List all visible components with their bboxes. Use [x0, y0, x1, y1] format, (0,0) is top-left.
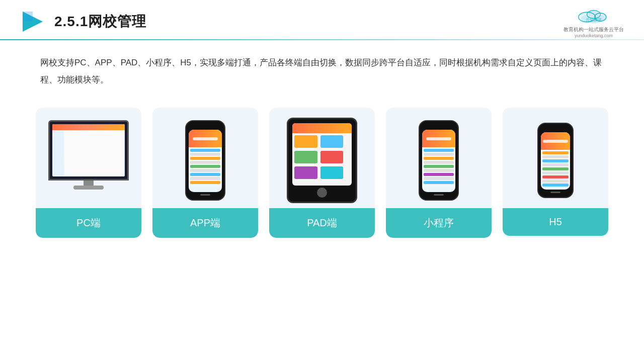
svg-marker-1 — [23, 12, 33, 22]
app-phone-mockup — [185, 120, 225, 201]
cards-container: PC端 — [0, 88, 644, 238]
brand-icon: 云朵课堂 — [571, 5, 616, 25]
card-pc-label: PC端 — [36, 208, 141, 238]
card-pad-image — [269, 108, 375, 208]
card-app: APP端 — [152, 108, 258, 238]
brand-domain: yunduoketang.com — [575, 33, 613, 38]
card-app-image — [152, 108, 258, 208]
brand-logo: 云朵课堂 教育机构一站式服务云平台 yunduoketang.com — [564, 5, 624, 38]
card-pc-image — [36, 108, 141, 208]
card-h5-label: H5 — [503, 208, 608, 236]
pc-mockup — [46, 120, 131, 201]
logo-icon — [20, 9, 45, 34]
card-miniprogram-image — [386, 108, 492, 208]
card-app-label: APP端 — [152, 208, 258, 238]
card-h5-image — [503, 108, 608, 208]
page-title: 2.5.1网校管理 — [54, 12, 146, 31]
description-text: 网校支持PC、APP、PAD、小程序、H5，实现多端打通，产品各终端自由切换，数… — [0, 40, 644, 88]
card-miniprogram: 小程序 — [386, 108, 492, 238]
card-h5: H5 — [503, 108, 608, 238]
card-miniprogram-label: 小程序 — [386, 208, 492, 238]
svg-text:云朵课堂: 云朵课堂 — [586, 18, 602, 22]
header: 2.5.1网校管理 云朵课堂 教育机构一站式服务云平台 yunduoketang… — [0, 0, 644, 34]
miniprogram-phone-mockup — [419, 120, 459, 201]
card-pad: PAD端 — [269, 108, 375, 238]
brand-subtitle: 教育机构一站式服务云平台 — [564, 26, 624, 33]
card-pad-label: PAD端 — [269, 208, 375, 238]
card-pc: PC端 — [36, 108, 141, 238]
h5-phone-mockup — [537, 123, 574, 198]
tablet-mockup — [287, 118, 357, 203]
